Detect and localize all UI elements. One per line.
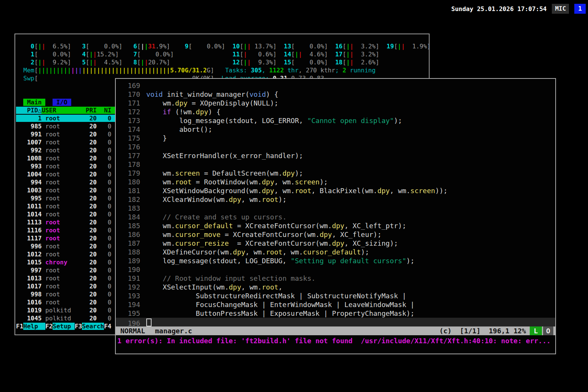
text-segment: [ (86, 51, 89, 58)
text-segment: 0 (97, 299, 112, 306)
text-segment: 0.0% (192, 43, 221, 50)
code-line[interactable]: 169 (116, 81, 555, 90)
code-segment: root (266, 248, 282, 256)
code-segment: root (175, 178, 192, 186)
code-segment: dpy (377, 187, 390, 195)
code-segment: (!wm. (171, 108, 196, 116)
code-segment: = XOpenDisplay(NULL); (187, 99, 278, 107)
text-segment: 20 (86, 123, 97, 130)
text-cursor (146, 318, 152, 326)
text-segment: 20 (86, 211, 97, 218)
code-line[interactable]: 196 (116, 318, 555, 326)
code-line[interactable]: 191 // Root window input selection masks… (116, 274, 555, 283)
code-line[interactable]: 189 log_message(stdout, LOG_DEBUG, "Sett… (116, 256, 555, 265)
text-segment: 11 (229, 51, 240, 58)
text-segment: 1117 (16, 235, 42, 242)
code-line[interactable]: 178 (116, 160, 555, 169)
text-segment: 20 (86, 187, 97, 194)
code-line[interactable]: 185 wm.cursor_default = XCreateFontCurso… (116, 221, 555, 230)
text-segment: 2 (23, 59, 34, 66)
text-segment: | (141, 43, 145, 50)
code-line[interactable]: 172 if (!wm.dpy) { (116, 107, 555, 116)
text-segment: | (243, 43, 247, 50)
text-segment: | (398, 43, 401, 50)
code-segment: log_message(stdout, LOG_DEBUG, (146, 257, 291, 265)
text-segment: 20 (86, 283, 97, 290)
text-segment (42, 235, 45, 242)
text-segment: 0 (97, 291, 112, 298)
text-segment (45, 99, 53, 106)
text-segment: running (346, 67, 375, 74)
code-line[interactable]: 181 XSetWindowBackground(wm.dpy, wm.root… (116, 186, 555, 195)
text-segment: root (45, 251, 86, 258)
code-line[interactable]: 173 log_message(stdout, LOG_ERROR, "Cann… (116, 116, 555, 125)
text-segment: 9.3% (251, 59, 273, 66)
text-segment: 6 (126, 43, 137, 50)
code-line[interactable]: 194 FocusChangeMask | EnterWindowMask | … (116, 300, 555, 309)
text-segment: 31 (148, 43, 155, 50)
text-segment (42, 147, 45, 154)
text-segment (16, 51, 23, 58)
text-segment: F2 (45, 323, 53, 330)
text-segment: 993 (16, 163, 42, 170)
text-segment: | (350, 43, 354, 50)
mic-indicator[interactable]: MIC (552, 4, 569, 14)
text-segment: 0 (97, 315, 112, 322)
code-line[interactable]: 176 (116, 142, 555, 151)
text-segment: | (299, 51, 302, 58)
code-line[interactable]: 187 wm.cursor_resize = XCreateFontCursor… (116, 239, 555, 248)
text-segment: 13.7% (251, 43, 273, 50)
code-segment: )); (435, 187, 448, 195)
code-line[interactable]: 184 // Create and sets up cursors. (116, 213, 555, 221)
text-segment: chrony (45, 259, 86, 266)
text-segment: 0 (97, 235, 112, 242)
line-number: 187 (119, 239, 140, 248)
text-segment: 2.6% (353, 59, 375, 66)
code-segment: wm. (146, 178, 175, 186)
code-segment: ); (278, 195, 287, 203)
code-segment: , wm. (241, 195, 262, 203)
code-segment: XSelectInput(wm. (146, 283, 229, 291)
text-segment: root (45, 291, 86, 298)
text-segment: | (346, 51, 350, 58)
text-segment: 0 (97, 243, 112, 250)
text-segment: 0 (97, 163, 112, 170)
text-segment: root (45, 131, 86, 138)
code-line[interactable]: 186 wm.cursor_move = XCreateFontCursor(w… (116, 230, 555, 239)
text-segment: 4.6% (302, 51, 324, 58)
code-line[interactable]: 195 ButtonPressMask | ExposureMask | Pro… (116, 309, 555, 318)
text-segment: 0 (97, 155, 112, 162)
code-line[interactable]: 188 XDefineCursor(wm.dpy, wm.root, wm.cu… (116, 248, 555, 256)
text-segment: 20 (86, 171, 97, 178)
code-line[interactable]: 179 wm.screen = DefaultScreen(wm.dpy); (116, 169, 555, 178)
code-line[interactable]: 192 XSelectInput(wm.dpy, wm.root, (116, 283, 555, 291)
code-segment: root (262, 195, 278, 203)
code-segment: = RootWindow(wm. (192, 178, 262, 186)
code-line[interactable]: 177 XSetErrorHandler(x_error_handler); (116, 151, 555, 160)
code-line[interactable]: 180 wm.root = RootWindow(wm.dpy, wm.scre… (116, 178, 555, 186)
text-segment: 1 (23, 51, 34, 58)
text-segment: 0 (97, 259, 112, 266)
text-segment: | (93, 59, 97, 66)
code-line[interactable]: 190 (116, 265, 555, 274)
text-segment: | (144, 59, 148, 66)
code-line[interactable]: 170void init_window_manager(void) { (116, 90, 555, 99)
text-segment: [ (137, 59, 141, 66)
code-line[interactable]: 171 wm.dpy = XOpenDisplay(NULL); (116, 99, 555, 107)
text-segment: 15.2% (97, 51, 115, 58)
text-segment: root (45, 187, 86, 194)
text-segment: | (71, 67, 75, 74)
code-segment: , wm. (274, 187, 295, 195)
code-line[interactable]: 175 } (116, 134, 555, 142)
code-line[interactable]: 193 SubstructureRedirectMask | Substruct… (116, 291, 555, 300)
workspace-indicator[interactable]: 1 (574, 4, 586, 14)
code-line[interactable]: 183 (116, 204, 555, 213)
text-segment: 997 (16, 267, 42, 274)
line-number: 182 (119, 195, 140, 204)
text-segment: 4 (75, 51, 86, 58)
text-segment: [ (240, 51, 244, 58)
text-segment: 20 (86, 131, 97, 138)
code-line[interactable]: 174 abort(); (116, 125, 555, 134)
code-line[interactable]: 182 XClearWindow(wm.dpy, wm.root); (116, 195, 555, 204)
text-segment: 19 (383, 43, 394, 50)
